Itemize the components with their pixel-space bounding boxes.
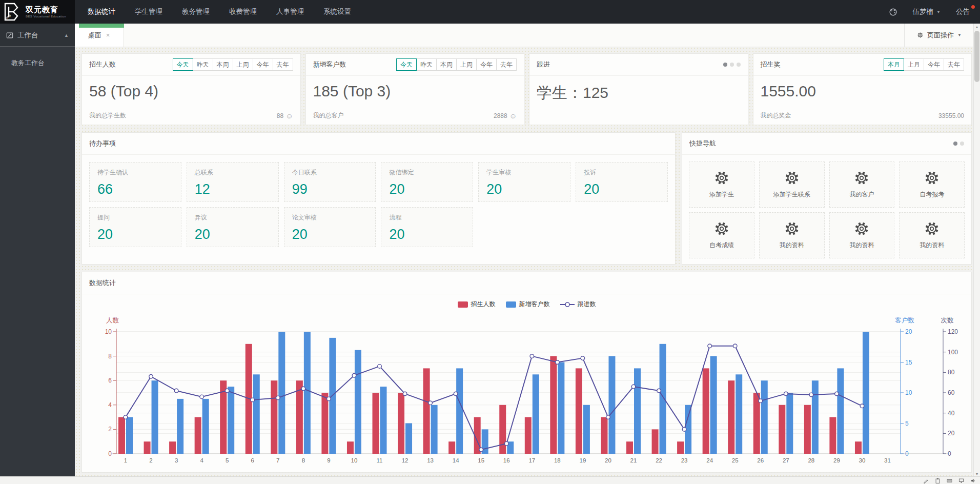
gear-icon: [924, 221, 940, 236]
nav-item-2[interactable]: 教务管理: [172, 0, 219, 24]
quicknav-label: 我的资料: [849, 241, 874, 250]
bar-enrollment: [144, 441, 151, 454]
svg-text:120: 120: [948, 328, 958, 335]
collapse-arrow-icon[interactable]: ▲: [64, 33, 69, 38]
stat-card-head: 跟进: [529, 54, 748, 76]
period-tab[interactable]: 去年: [944, 58, 964, 71]
carousel-dots: [953, 142, 964, 146]
period-tab[interactable]: 今年: [476, 58, 497, 71]
carousel-dot[interactable]: [953, 142, 957, 146]
svg-text:3: 3: [175, 457, 178, 463]
bar-new-customers: [126, 417, 133, 454]
todo-tile-7[interactable]: 异议20: [187, 207, 279, 247]
nav-item-4[interactable]: 人事管理: [267, 0, 314, 24]
todo-tile-3[interactable]: 微信绑定20: [381, 162, 473, 202]
todo-tile-1[interactable]: 总联系12: [187, 162, 279, 202]
stat-footer-value: 2888☺: [494, 112, 517, 120]
bar-enrollment: [829, 417, 836, 454]
theme-icon[interactable]: [889, 8, 897, 16]
quicknav-item-1[interactable]: 添加学生联系: [759, 162, 825, 208]
legend-swatch: [506, 301, 516, 308]
legend-item-0[interactable]: 招生人数: [458, 300, 496, 309]
bar-new-customers: [177, 399, 183, 454]
stat-value: 学生：125: [537, 83, 741, 104]
todo-tile-6[interactable]: 提问20: [89, 207, 181, 247]
quicknav-item-0[interactable]: 添加学生: [689, 162, 754, 208]
quicknav-label: 自考报考: [920, 190, 944, 199]
todo-tile-9[interactable]: 流程20: [381, 207, 473, 247]
sidebar-item-workbench[interactable]: 教务工作台: [0, 53, 75, 73]
nav-item-0[interactable]: 数据统计: [78, 0, 125, 24]
carousel-dot[interactable]: [723, 63, 727, 67]
todo-card-title: 待办事项: [89, 139, 116, 148]
todo-count: 20: [195, 227, 271, 243]
todo-tile-4[interactable]: 学生审核20: [478, 162, 570, 202]
quicknav-label: 我的资料: [920, 241, 944, 250]
svg-text:8: 8: [302, 457, 305, 463]
period-tab[interactable]: 上月: [904, 58, 924, 71]
workspace-header[interactable]: 工作台 ▲: [0, 24, 75, 47]
carousel-dot[interactable]: [730, 63, 734, 67]
todo-tile-8[interactable]: 论文审核20: [284, 207, 376, 247]
dashboard-screen: Step 双元教育 BES Vocational Education 数据统计学…: [0, 0, 980, 484]
stat-card-title: 新增客户数: [313, 60, 346, 69]
quicknav-item-5[interactable]: 我的资料: [759, 212, 825, 258]
todo-tile-5[interactable]: 投诉20: [576, 162, 668, 202]
svg-text:27: 27: [783, 457, 789, 463]
period-tab[interactable]: 上周: [456, 58, 477, 71]
legend-item-1[interactable]: 新增客户数: [506, 300, 550, 309]
page-actions-button[interactable]: 页面操作 ▼: [904, 24, 974, 47]
nav-item-3[interactable]: 收费管理: [219, 0, 267, 24]
period-tab[interactable]: 去年: [496, 58, 517, 71]
bar-new-customers: [304, 332, 311, 454]
gear-icon: [854, 221, 869, 236]
gear-icon: [924, 170, 940, 186]
svg-text:0: 0: [948, 450, 951, 457]
gear-icon: [784, 170, 800, 186]
carousel-dot[interactable]: [737, 63, 741, 67]
period-tab[interactable]: 今天: [396, 58, 417, 71]
period-tab[interactable]: 昨天: [193, 58, 213, 71]
period-tab[interactable]: 本周: [213, 58, 233, 71]
quicknav-item-6[interactable]: 我的资料: [829, 212, 895, 258]
svg-text:8: 8: [108, 353, 112, 360]
close-icon[interactable]: ×: [106, 31, 110, 39]
period-tab[interactable]: 上周: [233, 58, 253, 71]
notice-link[interactable]: 公告: [956, 7, 970, 16]
period-tab[interactable]: 今天: [173, 58, 193, 71]
legend-item-2[interactable]: 跟进数: [560, 300, 596, 309]
monitor-icon[interactable]: [958, 478, 964, 483]
scrollbar-thumb[interactable]: [974, 31, 979, 82]
keyboard-icon[interactable]: [947, 478, 952, 483]
quicknav-item-7[interactable]: 我的资料: [899, 212, 965, 258]
scroll-up-icon[interactable]: ▲: [974, 24, 980, 30]
carousel-dot[interactable]: [960, 142, 964, 146]
nav-item-1[interactable]: 学生管理: [125, 0, 172, 24]
todo-tile-2[interactable]: 今日联系99: [284, 162, 376, 202]
quicknav-item-4[interactable]: 自考成绩: [689, 212, 754, 258]
quicknav-card: 快捷导航 添加学生添加学生联系我的客户自考报考自考成绩我的资料我的资料我的资料: [682, 132, 972, 265]
quicknav-item-3[interactable]: 自考报考: [899, 162, 965, 208]
bar-enrollment: [626, 441, 633, 454]
pen-icon[interactable]: [923, 478, 929, 483]
period-tab[interactable]: 本月: [884, 58, 904, 71]
todo-tile-0[interactable]: 待学生确认66: [89, 162, 181, 202]
bar-enrollment: [499, 405, 506, 454]
period-tab[interactable]: 昨天: [416, 58, 437, 71]
bar-enrollment: [195, 417, 201, 454]
period-tab[interactable]: 本周: [436, 58, 457, 71]
scrollbar[interactable]: ▲ ▼: [973, 24, 980, 477]
period-tab[interactable]: 去年: [273, 58, 293, 71]
nav-item-5[interactable]: 系统设置: [314, 0, 361, 24]
period-tab[interactable]: 今年: [253, 58, 273, 71]
clipboard-icon[interactable]: [935, 478, 941, 483]
stat-value: 185 (Top 3): [313, 83, 517, 100]
speaker-icon[interactable]: [970, 478, 976, 483]
todo-count: 20: [97, 227, 173, 243]
bar-enrollment: [347, 441, 354, 454]
user-menu[interactable]: 伍梦楠 ▼: [913, 7, 941, 16]
quicknav-item-2[interactable]: 我的客户: [829, 162, 895, 208]
bar-new-customers: [786, 393, 793, 454]
svg-text:24: 24: [706, 457, 713, 463]
period-tab[interactable]: 今年: [924, 58, 944, 71]
